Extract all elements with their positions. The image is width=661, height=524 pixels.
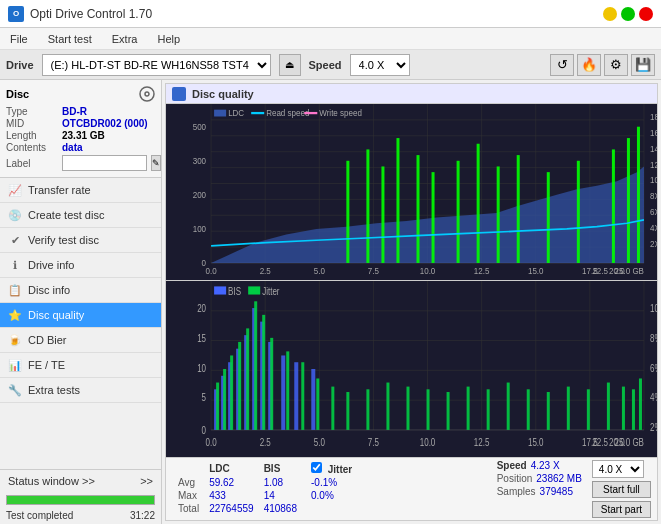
save-icon[interactable]: 💾 [631, 54, 655, 76]
svg-text:0: 0 [202, 424, 206, 437]
label-input[interactable] [62, 155, 147, 171]
extra-tests-label: Extra tests [28, 384, 80, 396]
cd-bier-label: CD Bier [28, 334, 67, 346]
sidebar-item-disc-info[interactable]: 📋 Disc info [0, 278, 161, 303]
app-logo: O [8, 6, 24, 22]
burn-icon[interactable]: 🔥 [577, 54, 601, 76]
chart-panel-icon [172, 87, 186, 101]
svg-rect-99 [254, 301, 257, 430]
disc-quality-label: Disc quality [28, 309, 84, 321]
transfer-rate-label: Transfer rate [28, 184, 91, 196]
svg-rect-92 [294, 362, 298, 430]
sidebar-item-create-test-disc[interactable]: 💿 Create test disc [0, 203, 161, 228]
svg-text:15.0: 15.0 [528, 436, 544, 449]
menu-file[interactable]: File [6, 32, 32, 46]
disc-info-label: Disc info [28, 284, 70, 296]
sidebar-item-transfer-rate[interactable]: 📈 Transfer rate [0, 178, 161, 203]
drive-select[interactable]: (E:) HL-DT-ST BD-RE WH16NS58 TST4 [42, 54, 271, 76]
create-test-disc-label: Create test disc [28, 209, 104, 221]
refresh-icon[interactable]: ↺ [550, 54, 574, 76]
avg-speed: 4.23 X [531, 460, 560, 471]
disc-panel-title: Disc [6, 88, 29, 100]
svg-rect-102 [286, 351, 289, 430]
close-button[interactable] [639, 7, 653, 21]
svg-rect-107 [366, 389, 369, 430]
fe-te-label: FE / TE [28, 359, 65, 371]
minimize-button[interactable] [603, 7, 617, 21]
svg-rect-116 [547, 392, 550, 430]
svg-point-0 [140, 87, 154, 101]
jitter-checkbox[interactable] [311, 462, 322, 473]
eject-button[interactable]: ⏏ [279, 54, 301, 76]
verify-test-disc-label: Verify test disc [28, 234, 99, 246]
start-full-button[interactable]: Start full [592, 481, 651, 498]
svg-text:12.5: 12.5 [474, 266, 490, 277]
disc-length-row: Length 23.31 GB [6, 130, 155, 141]
sidebar-item-extra-tests[interactable]: 🔧 Extra tests [0, 378, 161, 403]
avg-ldc: 59.62 [209, 477, 234, 488]
svg-rect-34 [577, 161, 580, 263]
svg-rect-103 [301, 362, 304, 430]
sidebar-item-verify-test-disc[interactable]: ✔ Verify test disc [0, 228, 161, 253]
svg-point-1 [145, 92, 149, 96]
avg-bis: 1.08 [264, 477, 283, 488]
type-label: Type [6, 106, 58, 117]
svg-rect-24 [366, 149, 369, 263]
status-window-button[interactable]: Status window >> >> [0, 470, 161, 492]
svg-rect-31 [497, 166, 500, 263]
disc-type-row: Type BD-R [6, 106, 155, 117]
svg-rect-96 [230, 355, 233, 429]
label-label: Label [6, 158, 58, 169]
speed-and-buttons: 4.0 X Start full Start part [592, 460, 651, 518]
start-part-button[interactable]: Start part [592, 501, 651, 518]
menu-extra[interactable]: Extra [108, 32, 142, 46]
menu-help[interactable]: Help [153, 32, 184, 46]
sidebar-item-cd-bier[interactable]: 🍺 CD Bier [0, 328, 161, 353]
disc-panel-header: Disc [6, 86, 155, 102]
svg-rect-94 [216, 383, 219, 430]
speed-header: Speed [497, 460, 527, 471]
disc-contents-row: Contents data [6, 142, 155, 153]
disc-quality-icon: ⭐ [8, 308, 22, 322]
settings-icon[interactable]: ⚙ [604, 54, 628, 76]
svg-rect-37 [637, 127, 640, 263]
jitter-header: Jitter [328, 464, 352, 475]
svg-text:20: 20 [197, 302, 206, 315]
svg-text:14X: 14X [650, 143, 657, 154]
disc-mid-row: MID OTCBDR002 (000) [6, 118, 155, 129]
sidebar-item-disc-quality[interactable]: ⭐ Disc quality [0, 303, 161, 328]
avg-jitter: -0.1% [311, 477, 337, 488]
drive-info-label: Drive info [28, 259, 74, 271]
top-chart-svg: 0 100 200 300 500 18X 16X 14X 12X 10X 8X… [166, 104, 657, 280]
sidebar-item-fe-te[interactable]: 📊 FE / TE [0, 353, 161, 378]
sidebar-item-drive-info[interactable]: ℹ Drive info [0, 253, 161, 278]
extra-tests-icon: 🔧 [8, 383, 22, 397]
svg-rect-93 [311, 369, 315, 430]
maximize-button[interactable] [621, 7, 635, 21]
test-speed-select[interactable]: 4.0 X [592, 460, 644, 478]
drive-label: Drive [6, 59, 34, 71]
length-label: Length [6, 130, 58, 141]
menu-start-test[interactable]: Start test [44, 32, 96, 46]
svg-text:10.0: 10.0 [420, 436, 436, 449]
status-window-arrows: >> [140, 475, 153, 487]
svg-rect-119 [607, 383, 610, 430]
svg-rect-110 [427, 389, 430, 430]
svg-rect-30 [477, 144, 480, 263]
svg-rect-35 [612, 149, 615, 263]
speed-select[interactable]: 4.0 X [350, 54, 410, 76]
svg-rect-23 [346, 161, 349, 263]
label-edit-button[interactable]: ✎ [151, 155, 161, 171]
samples-label: Samples [497, 486, 536, 497]
svg-rect-97 [238, 342, 241, 430]
total-label: Total [178, 503, 199, 514]
sidebar: Disc Type BD-R MID OTCBDR002 (000) Lengt… [0, 80, 162, 524]
svg-text:10X: 10X [650, 175, 657, 186]
contents-label: Contents [6, 142, 58, 153]
svg-rect-105 [331, 387, 334, 430]
svg-text:5: 5 [202, 391, 206, 404]
svg-rect-113 [487, 389, 490, 430]
content-area: Disc quality [162, 80, 661, 524]
svg-rect-145 [248, 286, 260, 294]
svg-text:4X: 4X [650, 223, 657, 234]
